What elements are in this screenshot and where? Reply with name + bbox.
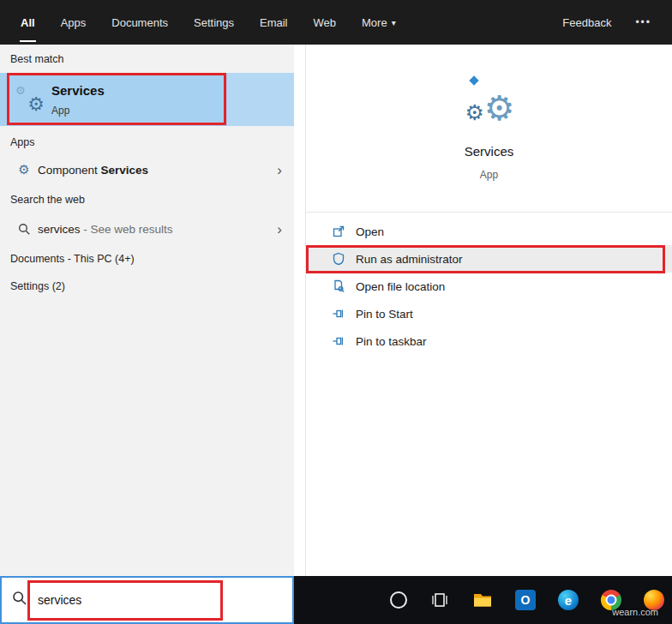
gear-icon: ⚙ [27,95,45,114]
result-label: Component Services [38,164,148,177]
tab-more[interactable]: More ▾ [362,0,396,45]
watermark: wearn.com [612,607,658,617]
tab-documents[interactable]: Documents [111,0,168,45]
search-icon [17,222,31,236]
best-match-title: Services [51,83,105,98]
chevron-down-icon: ▾ [392,18,396,27]
taskbar-search-box[interactable] [0,576,294,624]
action-label: Pin to taskbar [356,335,427,348]
result-component-services[interactable]: ⚙ Component Services › [0,157,294,183]
web-section-header: Search the web [10,194,85,206]
action-label: Open file location [356,280,445,293]
file-explorer-icon[interactable] [472,590,493,610]
pin-icon [332,307,345,321]
preview-panel: ⚙ ⚙ Services App Open Run as administrat… [305,45,672,576]
action-label: Pin to Start [356,308,413,321]
tab-email[interactable]: Email [260,0,288,45]
action-pin-to-start[interactable]: Pin to Start [306,300,672,327]
search-input[interactable] [36,592,228,608]
action-run-as-administrator[interactable]: Run as administrator [306,245,672,273]
settings-group-header[interactable]: Settings (2) [10,280,65,292]
gear-icon: ⚙ [484,91,515,125]
component-services-icon: ⚙ [17,163,31,177]
filter-tabs: All Apps Documents Settings Email Web Mo… [21,0,396,45]
apps-section-header: Apps [10,136,35,148]
tab-all[interactable]: All [21,0,35,45]
edge-icon[interactable]: e [558,590,579,610]
services-app-icon-large: ⚙ ⚙ [464,75,515,125]
windows-search-flyout: All Apps Documents Settings Email Web Mo… [0,0,672,624]
best-match-header: Best match [10,53,64,65]
documents-group-header[interactable]: Documents - This PC (4+) [10,253,135,265]
feedback-button[interactable]: Feedback [562,16,611,29]
gear-icon: ⚙ [15,85,26,96]
admin-shield-icon [332,252,345,266]
outlook-icon[interactable]: O [515,590,536,610]
file-location-icon [332,279,345,293]
action-open[interactable]: Open [306,218,672,245]
results-panel: Best match ⚙ ⚙ Services App Apps ⚙ Compo… [0,45,294,576]
result-label: services - See web results [38,223,173,236]
chevron-right-icon[interactable]: › [277,222,282,237]
sparkle-icon [469,75,478,85]
action-label: Run as administrator [356,253,463,266]
open-icon [332,225,345,238]
action-pin-to-taskbar[interactable]: Pin to taskbar [306,327,672,355]
tab-web[interactable]: Web [314,0,337,45]
search-icon [12,591,27,609]
tab-apps[interactable]: Apps [61,0,87,45]
best-match-subtitle: App [51,105,69,117]
search-topbar: All Apps Documents Settings Email Web Mo… [0,0,672,45]
action-label: Open [356,225,384,238]
best-match-expand-area[interactable] [227,73,294,126]
cortana-icon[interactable] [390,591,407,609]
topbar-right: Feedback ••• [562,0,651,45]
tab-more-label: More [362,16,387,29]
gear-icon: ⚙ [465,102,484,123]
preview-title: Services [306,144,672,159]
best-match-result-services[interactable]: ⚙ ⚙ Services App [0,73,294,126]
preview-subtitle: App [306,169,672,181]
action-open-file-location[interactable]: Open file location [306,273,672,300]
result-web-search[interactable]: services - See web results › [0,215,294,243]
more-options-icon[interactable]: ••• [635,16,651,28]
services-app-icon: ⚙ ⚙ [15,85,45,114]
task-view-icon[interactable] [429,590,450,610]
divider [306,212,672,213]
pin-icon [332,334,345,348]
tab-settings[interactable]: Settings [194,0,234,45]
chevron-right-icon[interactable]: › [277,163,282,177]
